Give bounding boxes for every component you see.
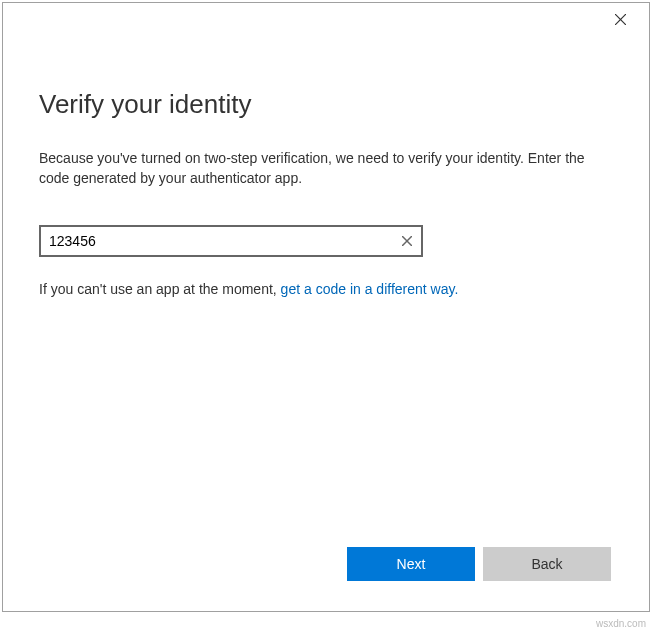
dialog-footer: Next Back — [3, 547, 649, 611]
dialog-description: Because you've turned on two-step verifi… — [39, 148, 613, 189]
helper-prefix: If you can't use an app at the moment, — [39, 281, 281, 297]
watermark-text: wsxdn.com — [596, 618, 646, 629]
clear-input-button[interactable] — [397, 231, 417, 251]
clear-icon — [402, 236, 412, 246]
code-input-wrapper — [39, 225, 423, 257]
dialog-window: Verify your identity Because you've turn… — [2, 2, 650, 612]
next-button[interactable]: Next — [347, 547, 475, 581]
dialog-title: Verify your identity — [39, 89, 613, 120]
dialog-content: Verify your identity Because you've turn… — [3, 35, 649, 547]
alt-code-link[interactable]: get a code in a different way. — [281, 281, 459, 297]
close-button[interactable] — [605, 4, 635, 34]
titlebar — [3, 3, 649, 35]
close-icon — [615, 14, 626, 25]
helper-text: If you can't use an app at the moment, g… — [39, 281, 613, 297]
code-input[interactable] — [39, 225, 423, 257]
back-button[interactable]: Back — [483, 547, 611, 581]
